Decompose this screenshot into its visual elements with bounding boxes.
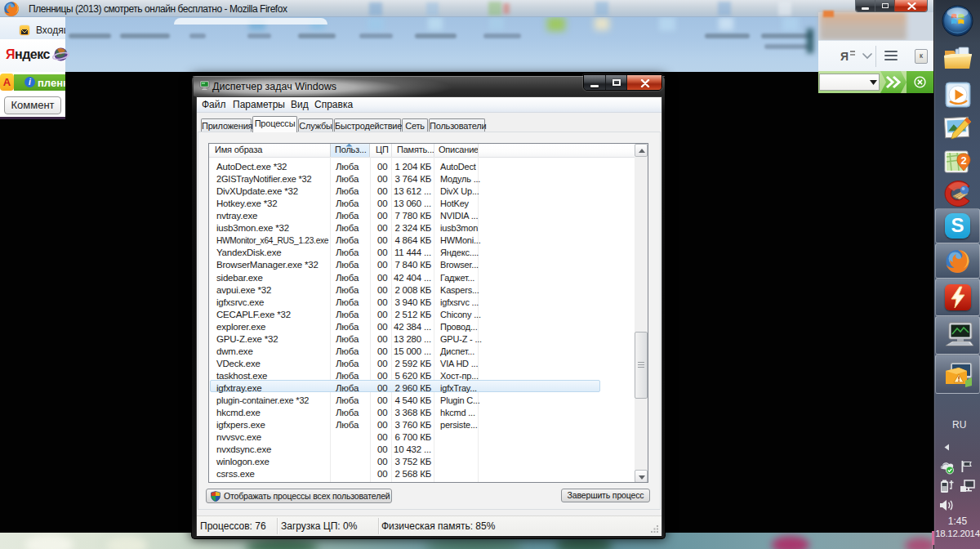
svg-text:2: 2 [960,154,966,167]
